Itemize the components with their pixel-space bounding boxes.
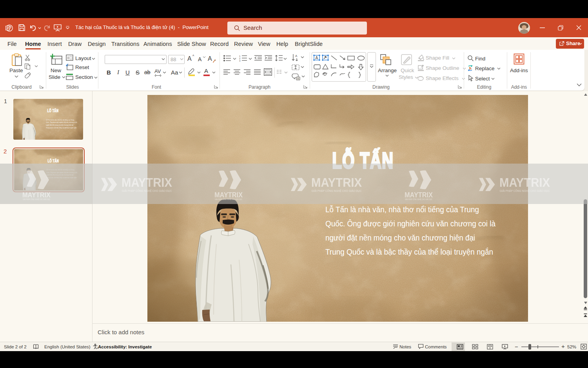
svg-text:LỖ TẤN: LỖ TẤN	[47, 158, 58, 163]
svg-text:Trung Quốc và là bậc thầy của: Trung Quốc và là bậc thầy của thể loại t…	[325, 247, 493, 256]
svg-text:người đặt nền móng cho văn chư: người đặt nền móng cho văn chương hiện đ…	[46, 124, 73, 126]
svg-text:người đặt nền móng cho văn chư: người đặt nền móng cho văn chương hiện đ…	[325, 233, 475, 242]
svg-text:Quốc. Ông được giới nghiên cứu: Quốc. Ông được giới nghiên cứu văn chươn…	[325, 219, 496, 228]
svg-text:LỖ TẤN: LỖ TẤN	[47, 108, 58, 113]
svg-text:Lỗ Tấn là nhà văn, nhà thơ nổi: Lỗ Tấn là nhà văn, nhà thơ nổi tiếng của…	[325, 205, 479, 214]
svg-text:P: P	[7, 26, 9, 30]
